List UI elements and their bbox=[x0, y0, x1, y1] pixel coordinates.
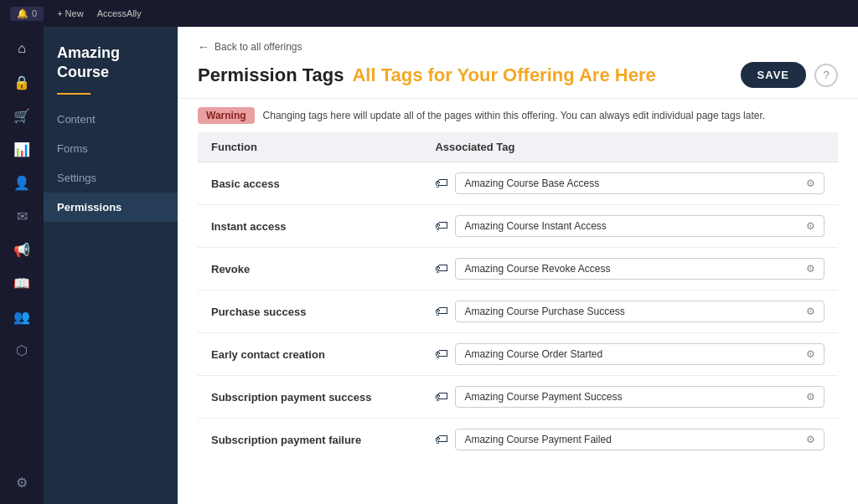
function-label: Subscription payment success bbox=[211, 391, 371, 404]
table-row: Revoke🏷Amazing Course Revoke Access⚙ bbox=[198, 248, 838, 291]
table-row: Purchase success🏷Amazing Course Purchase… bbox=[198, 291, 838, 333]
nav-network[interactable]: ⬡ bbox=[7, 335, 37, 365]
function-label: Instant access bbox=[211, 220, 287, 233]
tag-icon: 🏷 bbox=[435, 389, 448, 404]
sidebar-divider bbox=[57, 93, 90, 95]
permissions-table: Function Associated Tag Basic access🏷Ama… bbox=[198, 132, 838, 460]
tag-cell-inner: 🏷Amazing Course Revoke Access⚙ bbox=[435, 258, 824, 280]
table-container: Function Associated Tag Basic access🏷Ama… bbox=[178, 132, 858, 504]
tag-settings-icon[interactable]: ⚙ bbox=[806, 177, 815, 189]
nav-chart[interactable]: 📊 bbox=[7, 134, 37, 164]
tag-icon: 🏷 bbox=[435, 304, 448, 319]
sidebar-item-forms[interactable]: Forms bbox=[44, 134, 178, 163]
tag-cell: 🏷Amazing Course Instant Access⚙ bbox=[421, 205, 838, 248]
tag-cell-inner: 🏷Amazing Course Order Started⚙ bbox=[435, 343, 824, 365]
notification-badge[interactable]: 🔔 0 bbox=[10, 7, 44, 21]
tag-settings-icon[interactable]: ⚙ bbox=[806, 263, 815, 275]
tag-value: Amazing Course Purchase Success bbox=[464, 306, 801, 317]
main-layout: ⌂ 🔒 🛒 📊 👤 ✉ 📢 📖 👥 ⬡ ⚙ Amazing Course Con… bbox=[0, 27, 858, 504]
tag-cell: 🏷Amazing Course Revoke Access⚙ bbox=[421, 248, 838, 291]
tag-input-wrapper[interactable]: Amazing Course Payment Success⚙ bbox=[455, 386, 824, 408]
nav-gear[interactable]: ⚙ bbox=[7, 467, 37, 497]
sidebar-item-content[interactable]: Content bbox=[44, 105, 178, 134]
tag-cell-inner: 🏷Amazing Course Purchase Success⚙ bbox=[435, 301, 824, 322]
content-header: ← Back to all offerings Permission Tags … bbox=[178, 27, 858, 99]
tag-value: Amazing Course Payment Failed bbox=[464, 434, 801, 445]
tag-cell: 🏷Amazing Course Payment Success⚙ bbox=[421, 376, 838, 419]
function-cell: Revoke bbox=[198, 248, 421, 291]
table-row: Subscription payment success🏷Amazing Cou… bbox=[198, 376, 838, 419]
tag-cell: 🏷Amazing Course Purchase Success⚙ bbox=[421, 291, 838, 333]
tag-icon: 🏷 bbox=[435, 432, 448, 447]
tag-cell-inner: 🏷Amazing Course Payment Failed⚙ bbox=[435, 429, 824, 450]
save-button[interactable]: SAVE bbox=[741, 62, 806, 88]
tag-settings-icon[interactable]: ⚙ bbox=[806, 220, 815, 232]
function-cell: Purchase success bbox=[198, 291, 421, 333]
sidebar-item-settings[interactable]: Settings bbox=[44, 163, 178, 193]
tag-settings-icon[interactable]: ⚙ bbox=[806, 348, 815, 360]
tag-settings-icon[interactable]: ⚙ bbox=[806, 391, 815, 403]
table-row: Instant access🏷Amazing Course Instant Ac… bbox=[198, 205, 838, 248]
nav-user[interactable]: 👤 bbox=[7, 167, 37, 198]
tag-input-wrapper[interactable]: Amazing Course Order Started⚙ bbox=[455, 343, 824, 365]
nav-email[interactable]: ✉ bbox=[7, 201, 37, 231]
tag-input-wrapper[interactable]: Amazing Course Payment Failed⚙ bbox=[455, 429, 824, 450]
nav-home[interactable]: ⌂ bbox=[7, 33, 37, 64]
function-label: Early contact creation bbox=[211, 348, 325, 361]
function-cell: Basic access bbox=[198, 162, 421, 205]
tag-cell-inner: 🏷Amazing Course Base Access⚙ bbox=[435, 172, 824, 194]
nav-megaphone[interactable]: 📢 bbox=[7, 234, 37, 265]
sidebar-nav: Content Forms Settings Permissions bbox=[44, 105, 178, 222]
bell-icon: 🔔 bbox=[17, 8, 28, 19]
table-row: Subscription payment failure🏷Amazing Cou… bbox=[198, 419, 838, 461]
nav-lock[interactable]: 🔒 bbox=[7, 67, 37, 97]
header-actions: SAVE ? bbox=[741, 62, 838, 88]
tag-input-wrapper[interactable]: Amazing Course Revoke Access⚙ bbox=[455, 258, 824, 280]
page-title-accent: All Tags for Your Offering Are Here bbox=[352, 64, 655, 86]
warning-badge: Warning bbox=[198, 107, 255, 124]
nav-group[interactable]: 👥 bbox=[7, 301, 37, 332]
tag-settings-icon[interactable]: ⚙ bbox=[806, 306, 815, 317]
warning-bar: Warning Changing tags here will update a… bbox=[178, 99, 858, 132]
tag-cell-inner: 🏷Amazing Course Instant Access⚙ bbox=[435, 215, 824, 237]
function-label: Subscription payment failure bbox=[211, 434, 361, 446]
tag-input-wrapper[interactable]: Amazing Course Base Access⚙ bbox=[455, 172, 824, 194]
help-button[interactable]: ? bbox=[814, 64, 838, 87]
sidebar-item-permissions[interactable]: Permissions bbox=[44, 193, 178, 222]
brand-label: AccessAlly bbox=[97, 8, 142, 18]
tag-settings-icon[interactable]: ⚙ bbox=[806, 434, 815, 445]
function-cell: Early contact creation bbox=[198, 333, 421, 376]
tag-icon: 🏷 bbox=[435, 261, 448, 276]
nav-book[interactable]: 📖 bbox=[7, 268, 37, 298]
sidebar: Amazing Course Content Forms Settings Pe… bbox=[44, 27, 178, 504]
tag-cell-inner: 🏷Amazing Course Payment Success⚙ bbox=[435, 386, 824, 408]
nav-cart[interactable]: 🛒 bbox=[7, 100, 37, 131]
tag-cell: 🏷Amazing Course Base Access⚙ bbox=[421, 162, 838, 205]
tag-value: Amazing Course Order Started bbox=[464, 348, 801, 360]
function-label: Purchase success bbox=[211, 306, 306, 318]
tag-cell: 🏷Amazing Course Payment Failed⚙ bbox=[421, 419, 838, 461]
warning-text: Changing tags here will update all of th… bbox=[263, 110, 766, 121]
tag-value: Amazing Course Base Access bbox=[464, 177, 801, 189]
tag-icon: 🏷 bbox=[435, 219, 448, 234]
page-title-row: Permission Tags All Tags for Your Offeri… bbox=[198, 62, 838, 88]
function-cell: Instant access bbox=[198, 205, 421, 248]
function-label: Basic access bbox=[211, 177, 280, 190]
tag-icon: 🏷 bbox=[435, 176, 448, 191]
icon-nav: ⌂ 🔒 🛒 📊 👤 ✉ 📢 📖 👥 ⬡ ⚙ bbox=[0, 27, 44, 504]
tag-icon: 🏷 bbox=[435, 347, 448, 362]
tag-value: Amazing Course Instant Access bbox=[464, 220, 801, 232]
page-title: Permission Tags bbox=[198, 64, 344, 86]
function-cell: Subscription payment failure bbox=[198, 419, 421, 461]
content-area: ← Back to all offerings Permission Tags … bbox=[178, 27, 858, 504]
tag-value: Amazing Course Payment Success bbox=[464, 391, 801, 403]
new-button[interactable]: + New bbox=[57, 8, 84, 18]
tag-value: Amazing Course Revoke Access bbox=[464, 263, 801, 275]
table-row: Early contact creation🏷Amazing Course Or… bbox=[198, 333, 838, 376]
tag-input-wrapper[interactable]: Amazing Course Purchase Success⚙ bbox=[455, 301, 824, 322]
back-link[interactable]: ← Back to all offerings bbox=[198, 40, 838, 54]
topbar: 🔔 0 + New AccessAlly bbox=[0, 0, 858, 27]
back-arrow-icon: ← bbox=[198, 40, 209, 54]
tag-input-wrapper[interactable]: Amazing Course Instant Access⚙ bbox=[455, 215, 824, 237]
col-tag-header: Associated Tag bbox=[421, 132, 838, 162]
